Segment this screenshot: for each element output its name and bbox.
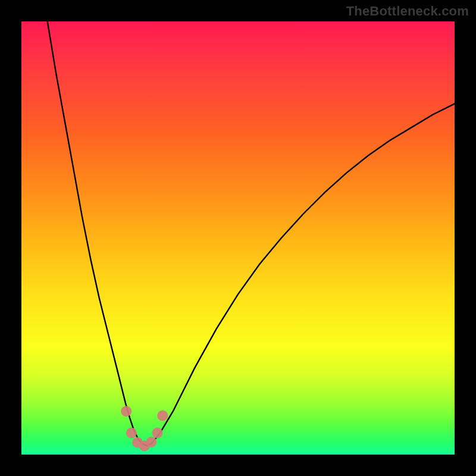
curve-marker: [126, 428, 137, 439]
curve-marker: [157, 411, 168, 421]
curve-layer: [21, 21, 455, 455]
bottleneck-curve: [48, 21, 455, 446]
chart-frame: TheBottleneck.com: [0, 0, 476, 476]
curve-marker: [152, 428, 163, 439]
curve-marker: [146, 437, 156, 447]
plot-area: [21, 21, 455, 455]
curve-markers: [121, 406, 168, 451]
watermark-text: TheBottleneck.com: [346, 4, 469, 19]
curve-marker: [121, 406, 131, 416]
